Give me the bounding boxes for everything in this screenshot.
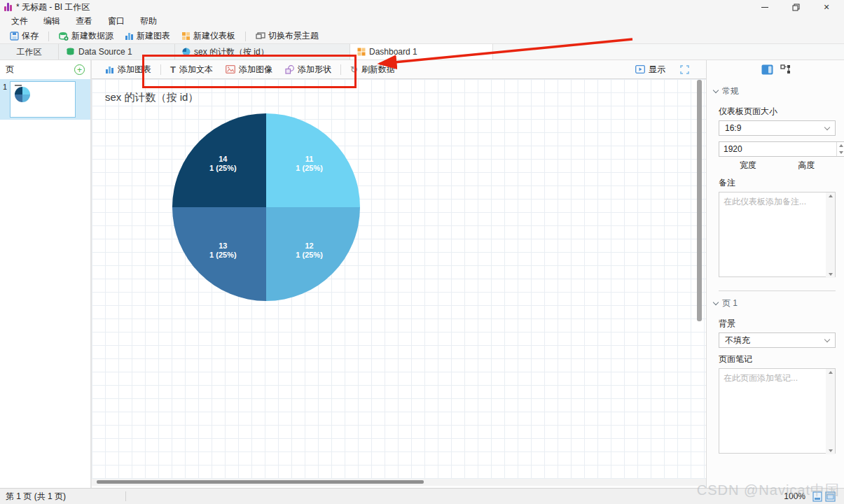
- image-icon: [226, 65, 235, 74]
- shapes-icon: [285, 65, 294, 74]
- restore-icon: [792, 4, 800, 11]
- page-thumbnail[interactable]: [10, 81, 76, 118]
- tab-workspace[interactable]: 工作区: [0, 44, 59, 59]
- toolbar-separator: [340, 64, 341, 75]
- new-dashboard-button[interactable]: 新建仪表板: [176, 29, 241, 43]
- horizontal-scrollbar[interactable]: [97, 480, 424, 484]
- page-info: 第 1 页 (共 1 页): [6, 491, 66, 503]
- width-label: 宽度: [719, 160, 777, 172]
- app-logo-icon: [4, 3, 12, 11]
- menu-file[interactable]: 文件: [4, 14, 36, 29]
- show-button[interactable]: 显示: [629, 62, 672, 77]
- layout-view-button[interactable]: [780, 64, 791, 75]
- switch-theme-button[interactable]: 切换布景主题: [250, 29, 324, 43]
- new-data-source-button[interactable]: 新建数据源: [53, 29, 119, 43]
- menu-help[interactable]: 帮助: [132, 14, 165, 29]
- page-notes-input[interactable]: [719, 368, 836, 454]
- page-thumbnail-row[interactable]: 1: [0, 79, 90, 120]
- statusbar-separator: [125, 491, 126, 501]
- chevron-down-icon: [713, 300, 719, 305]
- menu-view[interactable]: 查看: [68, 14, 100, 29]
- textarea-scrollbar[interactable]: [826, 192, 835, 278]
- toolbar-separator: [48, 31, 49, 41]
- height-label: 高度: [777, 160, 836, 172]
- fit-page-button[interactable]: [812, 491, 822, 502]
- page-size-label: 仪表板页面大小: [719, 106, 836, 118]
- refresh-data-button[interactable]: ↻ 刷新数据: [344, 62, 401, 77]
- pie-slice-label: 141 (25%): [209, 155, 237, 173]
- notes-label: 备注: [719, 177, 836, 189]
- chevron-down-icon: [824, 336, 830, 342]
- chart-title: sex 的计数（按 id）: [105, 91, 198, 104]
- pages-panel-title: 页: [6, 64, 14, 76]
- menu-edit[interactable]: 编辑: [36, 14, 68, 29]
- width-stepper[interactable]: [719, 141, 844, 157]
- tab-data-source[interactable]: Data Source 1: [59, 44, 175, 59]
- page-icon: [812, 491, 822, 502]
- minimize-button[interactable]: [760, 2, 770, 12]
- properties-view-button[interactable]: [761, 64, 773, 75]
- toolbar-separator: [245, 31, 246, 41]
- chart-icon: [105, 65, 114, 74]
- add-text-button[interactable]: T 添加文本: [164, 62, 219, 77]
- textarea-scrollbar[interactable]: [826, 369, 835, 454]
- dashboard-notes-input[interactable]: [719, 192, 836, 277]
- thumbnail-pie-icon: [15, 87, 30, 102]
- tabbar-filler: [493, 44, 844, 59]
- pie-chart-icon: [182, 48, 191, 56]
- background-select[interactable]: 不填充: [719, 332, 836, 348]
- thumbnail-title-bar: [15, 85, 22, 86]
- text-icon: T: [170, 65, 176, 74]
- chevron-down-icon: [713, 88, 719, 93]
- structure-icon: [780, 64, 791, 75]
- menubar: 文件 编辑 查看 窗口 帮助: [0, 14, 844, 29]
- fullscreen-button[interactable]: [680, 65, 689, 74]
- save-button[interactable]: 保存: [4, 29, 44, 43]
- window-title: * 无标题 - BI 工作区: [16, 1, 90, 13]
- aspect-ratio-select[interactable]: 16:9: [719, 120, 836, 136]
- tab-chart[interactable]: sex 的计数（按 id）: [175, 44, 350, 59]
- dashboard-icon: [181, 31, 191, 41]
- page-width-icon: [825, 491, 836, 502]
- refresh-icon: ↻: [350, 65, 358, 74]
- panel-icon: [761, 64, 773, 75]
- page-number: 1: [3, 81, 7, 91]
- add-chart-button[interactable]: 添加图表: [99, 62, 158, 77]
- section-general[interactable]: 常规: [707, 79, 844, 100]
- theme-icon: [256, 32, 265, 41]
- new-chart-button[interactable]: 新建图表: [119, 29, 176, 43]
- main-toolbar: 保存 新建数据源 新建图表 新建仪表板 切换布景主题: [0, 29, 844, 44]
- dashboard-canvas[interactable]: sex 的计数（按 id） 141 (25%) 111 (25%) 131 (2…: [92, 79, 706, 479]
- tabbar: 工作区 Data Source 1 sex 的计数（按 id） Dashboar…: [0, 44, 844, 60]
- background-label: 背景: [719, 318, 836, 330]
- properties-panel: 常规 仪表板页面大小 16:9: [706, 60, 844, 488]
- fullscreen-icon: [680, 65, 689, 74]
- add-image-button[interactable]: 添加图像: [219, 62, 279, 77]
- menu-window[interactable]: 窗口: [100, 14, 132, 29]
- pie-slice-label: 111 (25%): [296, 155, 323, 173]
- fit-width-button[interactable]: [825, 491, 836, 502]
- vertical-scrollbar[interactable]: [697, 80, 702, 321]
- bi-workspace-window: * 无标题 - BI 工作区 × 文件 编辑 查看 窗口 帮助 保存 新建数据源…: [0, 0, 844, 504]
- section-page[interactable]: 页 1: [707, 291, 844, 312]
- chevron-down-icon: [824, 124, 830, 130]
- database-icon: [66, 48, 75, 56]
- tab-dashboard[interactable]: Dashboard 1: [350, 44, 493, 59]
- pie-slice-label: 121 (25%): [296, 241, 323, 260]
- save-icon: [10, 31, 19, 41]
- close-button[interactable]: ×: [822, 2, 831, 12]
- add-page-button[interactable]: +: [74, 64, 85, 75]
- width-input[interactable]: [719, 142, 836, 156]
- display-icon: [635, 65, 645, 74]
- pie-chart[interactable]: 141 (25%) 111 (25%) 131 (25%) 121 (25%): [172, 113, 360, 301]
- toolbar-separator: [160, 64, 161, 75]
- stepper-arrows[interactable]: [836, 142, 844, 156]
- dashboard-editor: 添加图表 T 添加文本 添加图像 添加形状 ↻ 刷新数据: [92, 60, 706, 488]
- horizontal-scrollbar-track: [92, 479, 706, 486]
- database-icon: [59, 31, 69, 41]
- add-shape-button[interactable]: 添加形状: [279, 62, 338, 77]
- restore-button[interactable]: [791, 2, 801, 12]
- zoom-level: 100%: [784, 491, 805, 501]
- page-notes-label: 页面笔记: [719, 354, 836, 365]
- titlebar: * 无标题 - BI 工作区 ×: [0, 0, 844, 14]
